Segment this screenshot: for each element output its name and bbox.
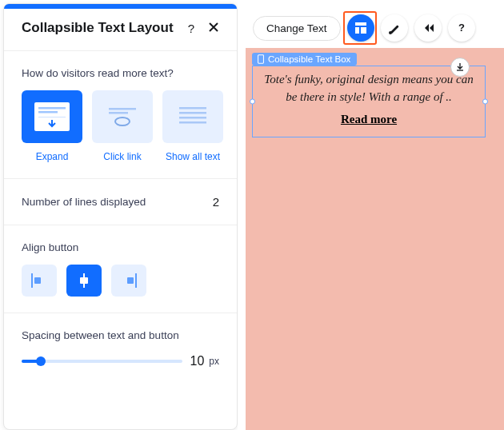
change-text-button[interactable]: Change Text [253,16,341,41]
read-more-link[interactable]: Read more [253,113,485,126]
spacing-slider[interactable] [22,356,182,367]
svg-rect-3 [38,117,66,117]
svg-rect-17 [127,277,134,284]
align-left-tile[interactable] [22,265,57,297]
selection-badge[interactable]: Collapsible Text Box [252,53,357,66]
panel-title: Collapsible Text Layout [22,20,178,36]
close-icon[interactable] [205,22,222,35]
canvas-surface[interactable]: Collapsible Text Box Tote's funky, origi… [246,48,504,430]
layout-tool-icon[interactable] [347,14,374,42]
svg-rect-11 [179,121,206,124]
slider-thumb[interactable] [36,356,46,366]
resize-handle-right[interactable] [482,99,488,105]
spacing-section: Spacing between text and button 10 px [4,313,237,384]
element-toolbar: Change Text ? [253,14,475,42]
align-section: Align button [4,225,237,313]
svg-rect-12 [31,273,33,288]
download-handle-icon[interactable] [450,58,470,77]
svg-rect-1 [38,107,66,109]
mode-clicklink-label: Click link [103,151,141,162]
selection-badge-text: Collapsible Text Box [268,54,350,64]
svg-rect-5 [109,112,128,114]
align-right-tile[interactable] [111,265,146,297]
align-center-tile[interactable] [66,265,102,297]
spacing-unit: px [209,356,219,367]
mode-expand-tile[interactable] [22,90,82,143]
svg-rect-13 [34,277,41,284]
resize-handle-left[interactable] [250,99,255,105]
lines-section: Number of lines displayed 2 [4,179,237,225]
svg-rect-16 [135,273,137,288]
mode-clicklink-tile[interactable] [92,90,153,143]
svg-rect-20 [355,27,359,34]
design-tool-icon[interactable] [381,14,408,42]
svg-rect-18 [258,55,264,63]
svg-rect-21 [361,27,366,34]
lines-label: Number of lines displayed [22,196,146,208]
mode-showall-tile[interactable] [162,90,223,143]
read-modes-label: How do visitors read more text? [22,67,219,79]
svg-rect-15 [80,277,88,284]
collapsible-body-text: Tote's funky, original design means you … [253,66,485,106]
svg-rect-2 [38,111,58,113]
spacing-value[interactable]: 10 [190,354,205,368]
svg-rect-9 [179,112,206,114]
svg-rect-19 [355,22,366,26]
mode-showall-label: Show all text [166,151,220,162]
svg-rect-7 [120,120,125,123]
panel-header: Collapsible Text Layout ? [4,9,237,51]
svg-point-22 [389,31,392,34]
help-icon[interactable]: ? [182,22,200,35]
help-tool-icon[interactable]: ? [448,14,475,42]
spacing-label: Spacing between text and button [22,329,219,341]
canvas-area: Collapsible Text Box Tote's funky, origi… [238,0,504,430]
mode-expand-label: Expand [36,151,69,162]
svg-rect-10 [179,117,206,119]
svg-text:?: ? [458,22,465,34]
collapsible-text-box[interactable]: Tote's funky, original design means you … [252,66,486,137]
svg-rect-8 [179,107,206,109]
animation-tool-icon[interactable] [414,14,442,42]
svg-rect-4 [109,108,136,110]
read-modes-section: How do visitors read more text? Expand [4,51,237,179]
align-label: Align button [22,241,219,253]
layout-panel: Collapsible Text Layout ? How do visitor… [3,3,238,430]
lines-value[interactable]: 2 [213,195,219,209]
